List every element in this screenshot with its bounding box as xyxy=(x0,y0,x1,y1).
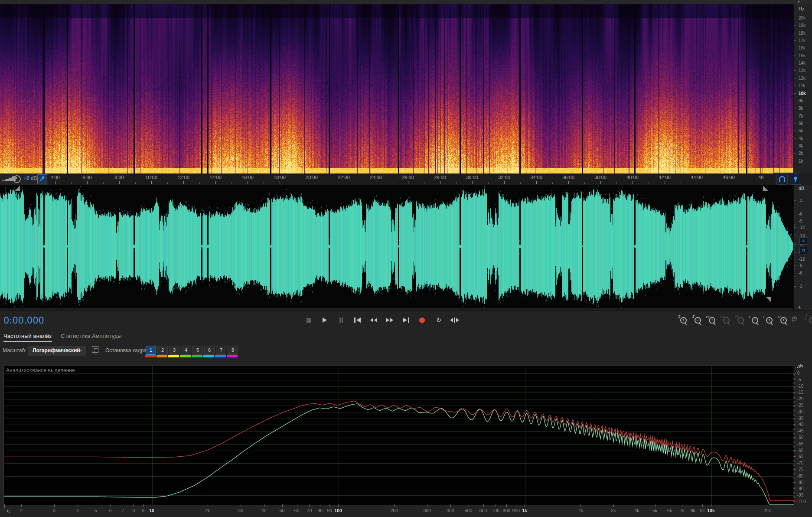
db-minor-tick xyxy=(793,414,795,415)
pin-playhead-button[interactable] xyxy=(37,174,47,184)
channel-button-r[interactable]: R xyxy=(799,247,808,254)
skip-to-start-button[interactable] xyxy=(351,314,364,326)
db-minor-tick xyxy=(793,461,795,462)
hold-button-7[interactable]: 7 xyxy=(216,346,226,355)
frequency-tick xyxy=(525,504,525,507)
tab-frequency-analysis[interactable]: Частотный анализ xyxy=(3,333,52,339)
spectrogram-display[interactable] xyxy=(0,4,793,173)
wave-db-label: -6 xyxy=(799,212,802,216)
wave-db-minor-tick xyxy=(794,216,795,216)
frequency-tick-label: 60 xyxy=(294,508,300,513)
selection-handle-top-left-icon[interactable] xyxy=(14,186,20,191)
db-minor-tick xyxy=(793,477,795,478)
tab-amplitude-statistics[interactable]: Статистика Амплитуды xyxy=(61,333,121,339)
db-minor-tick xyxy=(793,382,795,383)
wave-db-minor-tick xyxy=(794,280,795,280)
selection-handle-top-right-icon[interactable] xyxy=(763,186,769,191)
monitor-headphones-icon[interactable] xyxy=(776,173,788,185)
frequency-tick-label: 30 xyxy=(238,508,243,513)
zoom-reset-button[interactable]: ↺- xyxy=(734,315,747,325)
frequency-tick xyxy=(767,504,767,507)
wave-db-minor-tick xyxy=(794,271,795,272)
freq-scale-tick xyxy=(794,25,796,26)
channel-button-l[interactable]: L xyxy=(799,237,808,245)
zoom-to-selection-button[interactable]: ‹›+ xyxy=(776,315,789,325)
hold-button-3[interactable]: 3 xyxy=(169,346,179,355)
frequency-tick-label: 10 xyxy=(149,508,154,513)
db-minor-tick xyxy=(793,410,795,411)
zoom-out-horizontal-button[interactable]: ↔- xyxy=(719,315,732,325)
timer-button[interactable]: ◷ xyxy=(791,315,804,325)
timeline-time-label: 28:00 xyxy=(434,175,446,180)
freq-scale-tick xyxy=(794,108,796,108)
hold-button-6[interactable]: 6 xyxy=(204,346,215,355)
freq-scale-tick xyxy=(794,123,796,124)
audio-editor-window: ····· ▾ Hz 20k19k18k17k16k15k14k13k12k11… xyxy=(0,0,812,517)
drag-handle[interactable]: ····· xyxy=(411,0,421,4)
loop-playback-button[interactable]: ↻ xyxy=(432,314,445,326)
hold-button-5[interactable]: 5 xyxy=(192,346,203,355)
clock-icon[interactable] xyxy=(13,175,21,183)
gain-indicator[interactable]: +0dB xyxy=(23,175,37,181)
panel-menu-icon[interactable]: ≡ xyxy=(45,332,50,339)
analysis-controls: Масштаб: Логарифмический ⌄ Остановка кад… xyxy=(0,344,812,363)
marker-pin-icon[interactable] xyxy=(790,173,801,185)
db-minor-tick xyxy=(793,378,795,379)
timeline-left-controls: ▁▃▅▇ +0dB xyxy=(0,173,49,185)
fast-forward-button[interactable] xyxy=(383,314,396,326)
db-tick-label: -10 xyxy=(797,383,803,388)
db-minor-tick xyxy=(793,464,795,465)
skip-to-end-button[interactable] xyxy=(399,314,412,326)
zoom-in-horizontal-button[interactable]: ↔+ xyxy=(705,315,718,325)
copy-snapshot-icon[interactable] xyxy=(92,346,98,353)
frequency-tick-label: 3k xyxy=(611,508,616,513)
timeline-tick xyxy=(520,182,521,184)
zoom-in-at-in-point-button[interactable]: ‹+ xyxy=(748,315,761,325)
timeline-time-label: 40:00 xyxy=(626,175,639,180)
frequency-tick xyxy=(208,504,208,507)
selection-handle-bottom-right-icon[interactable] xyxy=(766,297,771,302)
wave-db-minor-tick xyxy=(794,219,795,219)
db-tick xyxy=(793,444,796,444)
timeline-tick xyxy=(215,181,216,184)
db-minor-tick xyxy=(793,458,795,458)
hold-button-1[interactable]: 1 xyxy=(146,346,156,355)
scroll-caret-icon[interactable]: ▲ xyxy=(798,305,801,309)
full-vertical-zoom-button[interactable]: ▏+ xyxy=(805,315,812,325)
pause-button[interactable] xyxy=(335,314,348,326)
zoom-out-vertical-button[interactable]: ↕- xyxy=(691,315,704,325)
skip-selection-button[interactable] xyxy=(448,314,461,326)
play-button[interactable] xyxy=(318,314,331,326)
freq-scale-tick xyxy=(794,48,796,48)
db-minor-tick xyxy=(793,497,795,498)
hold-button-8[interactable]: 8 xyxy=(228,346,238,355)
db-minor-tick xyxy=(793,389,795,389)
db-tick-label: -15 xyxy=(797,390,803,395)
timecode-display[interactable]: 0:00.000 xyxy=(3,315,44,326)
wave-db-minor-tick xyxy=(794,224,795,225)
panel-menu-caret-icon[interactable]: ▾ xyxy=(798,0,800,4)
hold-button-2[interactable]: 2 xyxy=(157,346,168,355)
wave-db-label: -12 xyxy=(799,257,805,262)
hold-button-4[interactable]: 4 xyxy=(181,346,191,355)
db-minor-tick xyxy=(793,393,795,394)
timeline-ruler[interactable]: ▁▃▅▇ +0dB 4:006:008:0010:0012:0014:0016:… xyxy=(0,173,793,185)
scale-dropdown[interactable]: Логарифмический ⌄ xyxy=(28,345,87,356)
rewind-button[interactable] xyxy=(367,314,380,326)
wave-db-minor-tick xyxy=(794,238,795,238)
stop-button[interactable] xyxy=(302,314,315,326)
timeline-tick xyxy=(633,181,633,184)
db-minor-tick xyxy=(793,429,795,430)
frequency-tick xyxy=(96,504,96,507)
db-tick xyxy=(793,418,796,419)
frequency-unit-label: Hz xyxy=(799,6,804,11)
record-button[interactable] xyxy=(416,314,429,326)
timeline-time-label: 18:00 xyxy=(274,175,286,180)
zoom-in-at-out-point-button[interactable]: ›+ xyxy=(762,315,775,325)
waveform-display[interactable] xyxy=(0,185,793,308)
db-minor-tick xyxy=(793,471,795,471)
frequency-tick xyxy=(483,504,484,507)
zoom-in-vertical-button[interactable]: ↕+ xyxy=(676,315,689,325)
frequency-tick xyxy=(54,504,55,507)
wave-db-minor-tick xyxy=(794,248,795,249)
